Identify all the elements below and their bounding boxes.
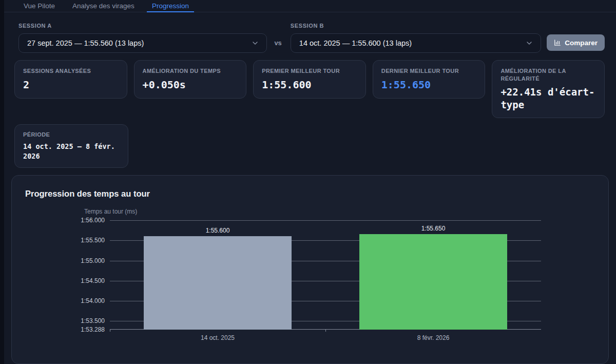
- chart-title: Progression des temps au tour: [25, 189, 595, 199]
- chevron-down-icon: [251, 39, 259, 47]
- stat-card-amelioration-temps: AMÉLIORATION DU TEMPS +0.050s: [134, 60, 247, 99]
- stat-card-sessions-analysees: SESSIONS ANALYSÉES 2: [14, 60, 127, 99]
- y-tick-label: 1:53.288: [81, 326, 105, 333]
- stat-card-dernier-meilleur-tour: DERNIER MEILLEUR TOUR 1:55.650: [373, 60, 486, 99]
- x-axis-tick: [110, 329, 110, 332]
- y-tick-label: 1:56.000: [81, 217, 105, 224]
- bar-value-label: 1:55.600: [206, 227, 230, 234]
- plot-area: 1:56.0001:55.5001:55.0001:54.5001:54.000…: [110, 220, 541, 330]
- stats-row: SESSIONS ANALYSÉES 2 AMÉLIORATION DU TEM…: [14, 60, 605, 118]
- x-category-label: 8 févr. 2026: [325, 334, 541, 341]
- stat-label: DERNIER MEILLEUR TOUR: [381, 67, 477, 75]
- tab-vue-pilote[interactable]: Vue Pilote: [18, 0, 60, 12]
- gridline: [110, 220, 541, 221]
- session-b-group: SESSION B 14 oct. 2025 — 1:55.600 (13 la…: [291, 23, 541, 53]
- x-category-label: 14 oct. 2025: [110, 334, 325, 341]
- y-tick-label: 1:55.500: [81, 237, 105, 244]
- chevron-down-icon: [525, 39, 533, 47]
- session-a-value: 27 sept. 2025 — 1:55.560 (13 laps): [27, 39, 144, 47]
- main-area: Vue Pilote Analyse des virages Progressi…: [4, 0, 616, 364]
- tab-progression[interactable]: Progression: [147, 0, 194, 12]
- stat-value: 1:55.600: [262, 78, 357, 91]
- chart-bar[interactable]: [359, 234, 508, 330]
- stat-value: 1:55.650: [381, 78, 477, 91]
- session-a-select[interactable]: 27 sept. 2025 — 1:55.560 (13 laps): [18, 33, 267, 53]
- stat-card-amelioration-regularite: AMÉLIORATION DE LA RÉGULARITÉ +22.41s d'…: [492, 60, 605, 118]
- app-root: Vue Pilote Analyse des virages Progressi…: [0, 0, 616, 364]
- y-tick-label: 1:54.000: [81, 297, 105, 304]
- session-b-value: 14 oct. 2025 — 1:55.600 (13 laps): [299, 39, 412, 47]
- y-axis-title: Temps au tour (ms): [84, 208, 595, 215]
- session-a-group: SESSION A 27 sept. 2025 — 1:55.560 (13 l…: [18, 23, 267, 53]
- session-b-label: SESSION B: [291, 23, 541, 29]
- y-tick-label: 1:55.000: [81, 257, 105, 264]
- bar-value-label: 1:55.650: [421, 225, 446, 232]
- y-tick-label: 1:53.500: [81, 317, 105, 324]
- page-content: SESSION A 27 sept. 2025 — 1:55.560 (13 l…: [4, 12, 616, 364]
- stat-value: +22.41s d'écart-type: [500, 86, 596, 111]
- tab-analyse-des-virages[interactable]: Analyse des virages: [67, 0, 140, 12]
- period-label: PÉRIODE: [23, 131, 120, 139]
- lap-time-progression-panel: Progression des temps au tour Temps au t…: [11, 175, 609, 364]
- left-edge-strip: [0, 0, 4, 364]
- session-compare-row: SESSION A 27 sept. 2025 — 1:55.560 (13 l…: [14, 23, 605, 53]
- tab-bar: Vue Pilote Analyse des virages Progressi…: [4, 0, 616, 12]
- chart-bar[interactable]: [144, 236, 292, 330]
- period-card: PÉRIODE 14 oct. 2025 – 8 févr. 2026: [14, 124, 128, 168]
- vs-label: vs: [274, 39, 281, 47]
- bar-chart-icon: [554, 39, 561, 46]
- stat-label: AMÉLIORATION DE LA RÉGULARITÉ: [500, 67, 596, 83]
- stat-value: +0.050s: [143, 78, 238, 91]
- x-axis-tick: [325, 329, 326, 332]
- session-b-select[interactable]: 14 oct. 2025 — 1:55.600 (13 laps): [291, 33, 541, 53]
- stat-card-premier-meilleur-tour: PREMIER MEILLEUR TOUR 1:55.600: [253, 60, 366, 99]
- stat-label: PREMIER MEILLEUR TOUR: [262, 67, 357, 75]
- compare-button[interactable]: Comparer: [547, 34, 605, 51]
- period-value: 14 oct. 2025 – 8 févr. 2026: [23, 142, 120, 161]
- compare-button-label: Comparer: [565, 39, 598, 47]
- stat-label: AMÉLIORATION DU TEMPS: [143, 67, 238, 75]
- stat-value: 2: [23, 78, 119, 91]
- y-tick-label: 1:54.500: [81, 277, 105, 284]
- session-a-label: SESSION A: [18, 23, 267, 29]
- stat-label: SESSIONS ANALYSÉES: [23, 67, 119, 75]
